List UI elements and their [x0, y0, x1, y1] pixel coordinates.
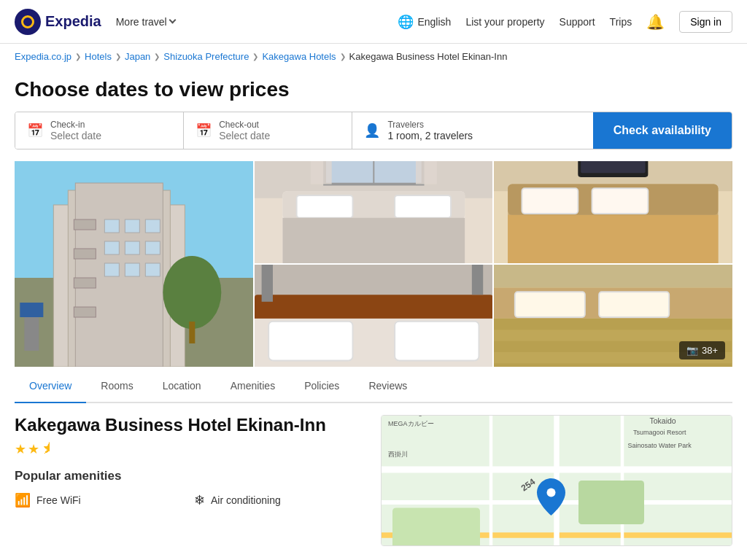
breadcrumb-sep-5: ❯ [340, 52, 346, 61]
tab-location[interactable]: Location [148, 370, 216, 403]
svg-text:Tsumagooi Resort: Tsumagooi Resort [633, 429, 686, 436]
wifi-label: Free WiFi [36, 494, 81, 506]
language-button[interactable]: 🌐 English [398, 14, 451, 30]
trips-link[interactable]: Trips [610, 16, 632, 28]
language-label: English [417, 16, 451, 28]
checkout-label: Check-out [219, 120, 270, 130]
sign-in-button[interactable]: Sign in [679, 11, 732, 33]
gallery-photo-3[interactable] [494, 161, 732, 263]
svg-rect-42 [581, 161, 645, 173]
globe-icon: 🌐 [398, 14, 414, 30]
svg-rect-33 [416, 161, 437, 184]
gallery-photo-4[interactable] [255, 265, 493, 367]
svg-rect-16 [125, 263, 139, 276]
hotel-name: Kakegawa Business Hotel Ekinan-Inn [15, 415, 366, 435]
travelers-value: 1 room, 2 travelers [387, 130, 473, 141]
svg-rect-12 [104, 241, 119, 254]
checkin-label: Check-in [50, 120, 101, 130]
logo-icon [15, 9, 41, 35]
camera-icon: 📷 [686, 345, 698, 356]
calendar-icon: 📅 [27, 122, 43, 139]
svg-rect-21 [20, 303, 43, 317]
gallery-main-photo[interactable] [15, 161, 253, 367]
breadcrumb-sep-2: ❯ [115, 52, 121, 61]
svg-rect-49 [261, 265, 272, 302]
travelers-field[interactable]: 👤 Travelers 1 room, 2 travelers [352, 112, 592, 149]
checkin-value: Select date [50, 130, 101, 141]
svg-text:UNY Kakegawa Store: UNY Kakegawa Store [388, 416, 452, 416]
svg-rect-15 [104, 263, 119, 276]
svg-text:Tokaido: Tokaido [650, 416, 676, 425]
svg-rect-10 [125, 219, 139, 233]
wifi-icon: 📶 [15, 492, 31, 508]
svg-rect-6 [74, 249, 96, 259]
hotel-section: Kakegawa Business Hotel Ekinan-Inn ★ ★ ⯨… [15, 415, 732, 560]
svg-rect-11 [145, 219, 160, 233]
amenity-wifi: 📶 Free WiFi [15, 492, 187, 508]
svg-rect-17 [145, 263, 160, 276]
svg-rect-40 [508, 215, 719, 263]
svg-rect-39 [592, 188, 649, 214]
tab-policies[interactable]: Policies [290, 370, 354, 403]
breadcrumb-item-kakegawa-hotels[interactable]: Kakegawa Hotels [262, 51, 336, 62]
svg-rect-47 [268, 322, 352, 361]
tab-reviews[interactable]: Reviews [354, 370, 422, 403]
svg-rect-70 [578, 481, 644, 524]
checkout-value: Select date [219, 130, 270, 141]
breadcrumb-item-current: Kakegawa Business Hotel Ekinan-Inn [349, 51, 508, 62]
tab-amenities[interactable]: Amenities [216, 370, 290, 403]
gallery-photo-2[interactable] [255, 161, 493, 263]
svg-rect-60 [494, 330, 732, 341]
ac-label: Air conditioning [211, 494, 281, 506]
logo-text: Expedia [45, 13, 101, 30]
checkout-field[interactable]: 📅 Check-out Select date [184, 112, 352, 149]
breadcrumb-item-hotels[interactable]: Hotels [85, 51, 112, 62]
svg-rect-32 [311, 161, 332, 184]
breadcrumb: Expedia.co.jp ❯ Hotels ❯ Japan ❯ Shizuok… [0, 44, 747, 69]
svg-rect-27 [395, 195, 451, 218]
header: Expedia More travel 🌐 English List your … [0, 0, 747, 44]
notification-bell-icon[interactable]: 🔔 [646, 13, 665, 31]
travelers-label: Travelers [387, 120, 473, 130]
svg-rect-26 [296, 195, 352, 218]
svg-text:西掛川: 西掛川 [388, 451, 408, 458]
amenities-title: Popular amenities [15, 469, 366, 483]
booking-bar: 📅 Check-in Select date 📅 Check-out Selec… [15, 112, 732, 149]
svg-rect-19 [189, 322, 195, 343]
tab-overview[interactable]: Overview [15, 370, 86, 403]
more-travel-button[interactable]: More travel [116, 16, 175, 28]
svg-rect-9 [104, 219, 119, 233]
breadcrumb-item-shizuoka[interactable]: Shizuoka Prefecture [163, 51, 249, 62]
support-link[interactable]: Support [560, 16, 595, 28]
snow-icon: ❄ [194, 492, 205, 508]
travelers-icon: 👤 [364, 122, 380, 139]
svg-point-18 [163, 256, 221, 329]
svg-text:Sainosato Water Park: Sainosato Water Park [628, 442, 692, 449]
svg-point-84 [547, 489, 556, 497]
page-title: Choose dates to view prices [15, 78, 732, 101]
breadcrumb-item-japan[interactable]: Japan [125, 51, 150, 62]
checkin-field[interactable]: 📅 Check-in Select date [15, 112, 184, 149]
svg-rect-13 [125, 241, 139, 254]
svg-rect-58 [599, 292, 669, 317]
breadcrumb-item-expedia[interactable]: Expedia.co.jp [15, 51, 71, 62]
tab-rooms[interactable]: Rooms [86, 370, 147, 403]
main-content: Choose dates to view prices 📅 Check-in S… [0, 78, 747, 560]
star-2-icon: ★ [28, 441, 39, 457]
gallery-photo-5[interactable]: 📷 38+ [494, 265, 732, 367]
map-container[interactable]: MEGA DON QUIJOTE UNY Kakegawa Store MEGA… [381, 415, 732, 546]
svg-rect-7 [74, 278, 96, 288]
more-travel-label: More travel [116, 16, 167, 28]
svg-rect-38 [522, 188, 578, 214]
amenity-ac: ❄ Air conditioning [194, 492, 366, 508]
photo-gallery[interactable]: 📷 38+ [15, 161, 732, 367]
svg-rect-51 [472, 265, 483, 295]
logo[interactable]: Expedia [15, 9, 101, 35]
star-half-icon: ⯨ [41, 441, 54, 457]
check-availability-button[interactable]: Check availability [593, 112, 732, 149]
svg-rect-8 [74, 307, 96, 317]
list-property-link[interactable]: List your property [465, 16, 544, 28]
breadcrumb-sep-3: ❯ [154, 52, 160, 61]
hotel-stars: ★ ★ ⯨ [15, 441, 366, 457]
photo-count-badge[interactable]: 📷 38+ [679, 341, 725, 359]
